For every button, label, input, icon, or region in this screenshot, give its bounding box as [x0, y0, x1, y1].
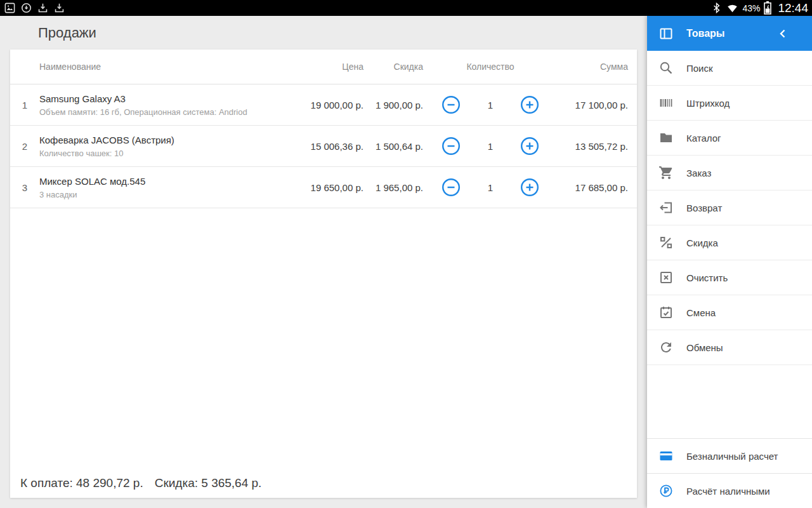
sidebar-title: Товары — [686, 28, 775, 39]
total-discount: Скидка: 5 365,64 р. — [155, 476, 262, 490]
increase-quantity-button[interactable] — [520, 137, 539, 156]
quantity-value: 1 — [479, 141, 502, 152]
increase-quantity-button[interactable] — [520, 95, 539, 114]
product-description: Объем памяти: 16 гб, Операционная систем… — [39, 107, 280, 117]
sidebar-item-cashless-payment[interactable]: Безналичный расчет — [647, 438, 812, 473]
bluetooth-icon — [710, 2, 723, 14]
table-row[interactable]: 2 Кофеварка JACOBS (Австрия) Количество … — [10, 126, 637, 167]
col-quantity: Количество — [423, 62, 558, 72]
notification-icons — [4, 2, 65, 14]
sidebar-menu: Товары Поиск Штрихкод Каталог Заказ — [647, 16, 812, 508]
sum-cell: 13 505,72 р. — [558, 141, 628, 152]
sidebar-item-label: Возврат — [686, 203, 722, 213]
folder-icon — [658, 130, 674, 145]
clock: 12:44 — [778, 1, 808, 15]
product-description: 3 насадки — [39, 190, 280, 199]
refresh-icon — [658, 340, 674, 355]
sidebar-item-exchanges[interactable]: Обмены — [647, 330, 812, 365]
return-icon — [658, 200, 674, 215]
sidebar-item-label: Очистить — [686, 272, 728, 283]
sidebar-item-cash-payment[interactable]: Расчёт наличными — [647, 473, 812, 508]
col-price: Цена — [287, 62, 363, 72]
barcode-icon — [658, 95, 674, 110]
chevron-left-icon[interactable] — [775, 26, 790, 41]
ruble-circle-icon — [658, 483, 674, 498]
sidebar-item-label: Каталог — [686, 133, 721, 144]
sidebar-item-barcode[interactable]: Штрихкод — [647, 86, 812, 121]
product-name: Кофеварка JACOBS (Австрия) — [39, 135, 280, 145]
sidebar-item-order[interactable]: Заказ — [647, 156, 812, 190]
search-icon — [658, 60, 674, 76]
sales-table-card: Наименование Цена Скидка Количество Сумм… — [10, 50, 637, 498]
sidebar-item-label: Безналичный расчет — [686, 451, 778, 462]
sidebar-item-return[interactable]: Возврат — [647, 190, 812, 225]
sidebar-item-shift[interactable]: Смена — [647, 295, 812, 330]
increase-quantity-button[interactable] — [520, 178, 539, 197]
screenshot-icon — [37, 2, 49, 14]
totals-bar: К оплате: 48 290,72 р. Скидка: 5 365,64 … — [20, 476, 261, 490]
cart-icon — [658, 165, 674, 180]
product-name: Миксер SOLAC мод.545 — [39, 176, 280, 187]
page-title: Продажи — [38, 25, 96, 41]
price-cell: 19 650,00 р. — [287, 182, 363, 193]
price-cell: 19 000,00 р. — [287, 100, 363, 110]
calendar-check-icon — [658, 305, 674, 320]
decrease-quantity-button[interactable] — [442, 137, 461, 156]
quantity-value: 1 — [479, 182, 502, 193]
percent-icon — [658, 235, 674, 250]
sidebar-item-clear[interactable]: Очистить — [647, 260, 812, 295]
products-icon — [658, 26, 674, 41]
discount-cell: 1 965,00 р. — [363, 182, 423, 193]
product-description: Количество чашек: 10 — [39, 149, 280, 158]
sidebar-item-label: Смена — [686, 307, 716, 318]
row-number: 1 — [10, 100, 39, 110]
col-sum: Сумма — [558, 62, 628, 72]
status-indicators: 43% 12:44 — [710, 1, 808, 15]
sales-panel: Продажи Наименование Цена Скидка Количес… — [0, 16, 647, 508]
sidebar-item-catalog[interactable]: Каталог — [647, 121, 812, 156]
table-row[interactable]: 3 Миксер SOLAC мод.545 3 насадки 19 650,… — [10, 167, 637, 208]
screenshot-icon — [53, 2, 65, 14]
decrease-quantity-button[interactable] — [442, 178, 461, 197]
col-name: Наименование — [39, 62, 287, 72]
total-payable: К оплате: 48 290,72 р. — [20, 476, 143, 490]
discount-cell: 1 500,64 р. — [363, 141, 423, 152]
sidebar-item-discount[interactable]: Скидка — [647, 225, 812, 260]
sidebar-item-label: Скидка — [686, 237, 718, 248]
table-header-row: Наименование Цена Скидка Количество Сумм… — [10, 50, 637, 84]
page-header: Продажи — [0, 16, 647, 50]
battery-icon — [764, 1, 771, 15]
row-number: 3 — [10, 182, 39, 193]
status-bar: 43% 12:44 — [0, 0, 812, 16]
wifi-icon — [726, 2, 738, 14]
row-number: 2 — [10, 141, 39, 152]
decrease-quantity-button[interactable] — [442, 95, 461, 114]
price-cell: 15 006,36 р. — [287, 141, 363, 152]
battery-percent: 43% — [742, 3, 760, 13]
sidebar-item-label: Заказ — [686, 168, 711, 178]
sum-cell: 17 100,00 р. — [558, 100, 628, 110]
clear-icon — [658, 270, 674, 285]
discount-cell: 1 900,00 р. — [363, 100, 423, 110]
sum-cell: 17 685,00 р. — [558, 182, 628, 193]
product-name: Samsung Galaxy A3 — [39, 93, 280, 104]
card-icon — [658, 448, 674, 464]
sidebar-item-label: Обмены — [686, 342, 723, 353]
col-discount: Скидка — [363, 62, 423, 72]
sidebar-spacer — [647, 365, 812, 438]
update-circle-icon — [20, 2, 32, 14]
sidebar-item-label: Расчёт наличными — [686, 486, 770, 497]
gallery-icon — [4, 2, 16, 14]
table-row[interactable]: 1 Samsung Galaxy A3 Объем памяти: 16 гб,… — [10, 84, 637, 126]
sidebar-item-search[interactable]: Поиск — [647, 51, 812, 86]
quantity-value: 1 — [479, 100, 502, 110]
sidebar-header-products[interactable]: Товары — [647, 16, 812, 51]
sidebar-item-label: Поиск — [686, 63, 713, 74]
sidebar-item-label: Штрихкод — [686, 98, 730, 109]
